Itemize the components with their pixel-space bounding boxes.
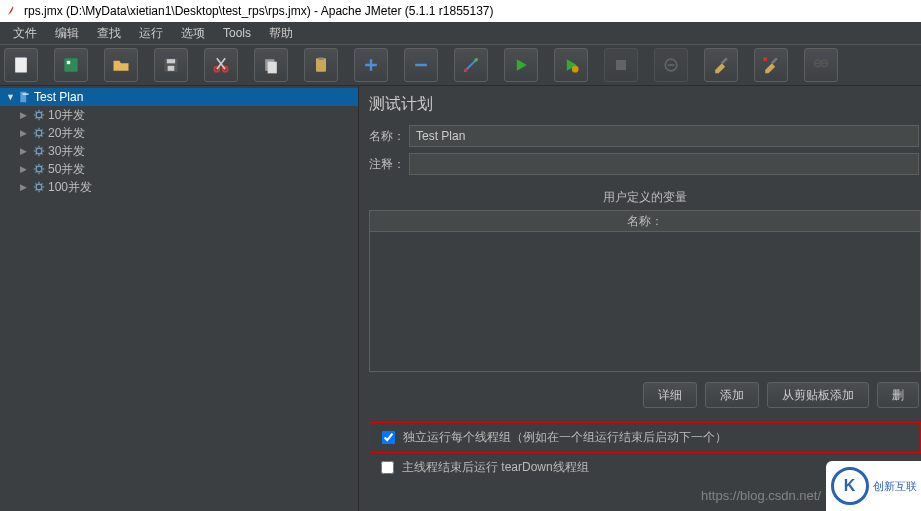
testplan-icon	[16, 90, 34, 104]
tree-node-2[interactable]: ▶30并发	[0, 142, 358, 160]
tree-node-3[interactable]: ▶50并发	[0, 160, 358, 178]
paste-button[interactable]	[304, 48, 338, 82]
collapse-arrow-icon[interactable]: ▶	[20, 110, 30, 120]
svg-rect-10	[316, 58, 326, 71]
svg-rect-4	[167, 59, 175, 63]
tree-node-label: 100并发	[48, 179, 92, 196]
svg-point-14	[572, 66, 579, 73]
window-title: rps.jmx (D:\MyData\xietian1\Desktop\test…	[24, 4, 494, 18]
logo-text: 创新互联	[873, 480, 917, 492]
templates-button[interactable]	[54, 48, 88, 82]
menu-run[interactable]: 运行	[130, 25, 172, 42]
tree-node-label: 50并发	[48, 161, 85, 178]
svg-rect-20	[23, 94, 29, 95]
svg-rect-19	[20, 92, 26, 103]
add-button[interactable]: 添加	[705, 382, 759, 408]
teardown-label: 主线程结束后运行 tearDown线程组	[402, 459, 589, 476]
tree-node-label: 20并发	[48, 125, 85, 142]
start-button[interactable]	[504, 48, 538, 82]
gear-icon	[30, 180, 48, 194]
collapse-arrow-icon[interactable]: ▶	[20, 146, 30, 156]
start-no-pause-button[interactable]	[554, 48, 588, 82]
detail-button[interactable]: 详细	[643, 382, 697, 408]
new-button[interactable]	[4, 48, 38, 82]
gear-icon	[30, 144, 48, 158]
svg-rect-11	[319, 58, 324, 61]
col-name-label: 名称：	[627, 213, 663, 230]
clear-all-button[interactable]	[754, 48, 788, 82]
tree-node-label: 10并发	[48, 107, 85, 124]
menu-edit[interactable]: 编辑	[46, 25, 88, 42]
delete-button[interactable]: 删	[877, 382, 919, 408]
collapse-button[interactable]	[404, 48, 438, 82]
open-button[interactable]	[104, 48, 138, 82]
collapse-arrow-icon[interactable]: ▶	[20, 182, 30, 192]
title-bar: rps.jmx (D:\MyData\xietian1\Desktop\test…	[0, 0, 921, 22]
tree-root[interactable]: ▼ Test Plan	[0, 88, 358, 106]
panel-title: 测试计划	[369, 94, 921, 115]
menu-file[interactable]: 文件	[4, 25, 46, 42]
menu-options[interactable]: 选项	[172, 25, 214, 42]
search-button[interactable]	[804, 48, 838, 82]
svg-point-13	[474, 58, 477, 61]
svg-rect-15	[616, 60, 626, 70]
logo-badge: K 创新互联	[826, 461, 921, 511]
stop-button[interactable]	[604, 48, 638, 82]
clear-button[interactable]	[704, 48, 738, 82]
teardown-checkbox[interactable]	[381, 461, 394, 474]
collapse-arrow-icon[interactable]: ▶	[20, 164, 30, 174]
consecutive-checkbox[interactable]	[382, 431, 395, 444]
cut-button[interactable]	[204, 48, 238, 82]
menu-tools[interactable]: Tools	[214, 26, 260, 40]
table-header[interactable]: 名称：	[369, 210, 921, 232]
toggle-button[interactable]	[454, 48, 488, 82]
gear-icon	[30, 126, 48, 140]
svg-rect-0	[15, 58, 27, 73]
collapse-arrow-icon[interactable]: ▶	[20, 128, 30, 138]
copy-button[interactable]	[254, 48, 288, 82]
detail-panel: 测试计划 名称： 注释： 用户定义的变量 名称： 详细 添加 从剪贴板添加 删 …	[359, 86, 921, 511]
svg-point-24	[36, 166, 42, 172]
comment-label: 注释：	[369, 156, 409, 173]
consecutive-label: 独立运行每个线程组（例如在一个组运行结束后启动下一个）	[403, 429, 727, 446]
tree-node-1[interactable]: ▶20并发	[0, 124, 358, 142]
svg-rect-2	[67, 61, 70, 64]
svg-point-25	[36, 184, 42, 190]
watermark: https://blog.csdn.net/	[701, 488, 821, 503]
menu-search[interactable]: 查找	[88, 25, 130, 42]
logo-glyph: K	[831, 467, 869, 505]
svg-rect-5	[168, 66, 175, 71]
svg-point-22	[36, 130, 42, 136]
tree-panel[interactable]: ▼ Test Plan ▶10并发▶20并发▶30并发▶50并发▶100并发	[0, 86, 359, 511]
gear-icon	[30, 162, 48, 176]
tree-node-4[interactable]: ▶100并发	[0, 178, 358, 196]
vars-header: 用户定义的变量	[369, 189, 921, 206]
save-button[interactable]	[154, 48, 188, 82]
comment-input[interactable]	[409, 153, 919, 175]
svg-rect-1	[64, 58, 77, 71]
gear-icon	[30, 108, 48, 122]
svg-point-12	[464, 68, 467, 71]
svg-rect-9	[268, 62, 277, 74]
menu-bar: 文件 编辑 查找 运行 选项 Tools 帮助	[0, 22, 921, 44]
name-input[interactable]	[409, 125, 919, 147]
table-body[interactable]	[369, 232, 921, 372]
name-label: 名称：	[369, 128, 409, 145]
button-row: 详细 添加 从剪贴板添加 删	[369, 382, 921, 408]
shutdown-button[interactable]	[654, 48, 688, 82]
expand-arrow-icon[interactable]: ▼	[6, 92, 16, 102]
tree-node-0[interactable]: ▶10并发	[0, 106, 358, 124]
check-row-consecutive[interactable]: 独立运行每个线程组（例如在一个组运行结束后启动下一个）	[369, 422, 921, 453]
svg-point-23	[36, 148, 42, 154]
toolbar	[0, 44, 921, 86]
tree-node-label: 30并发	[48, 143, 85, 160]
tree-root-label: Test Plan	[34, 90, 83, 104]
expand-button[interactable]	[354, 48, 388, 82]
main-area: ▼ Test Plan ▶10并发▶20并发▶30并发▶50并发▶100并发 测…	[0, 86, 921, 511]
svg-point-21	[36, 112, 42, 118]
add-from-clipboard-button[interactable]: 从剪贴板添加	[767, 382, 869, 408]
app-icon	[6, 5, 18, 17]
menu-help[interactable]: 帮助	[260, 25, 302, 42]
